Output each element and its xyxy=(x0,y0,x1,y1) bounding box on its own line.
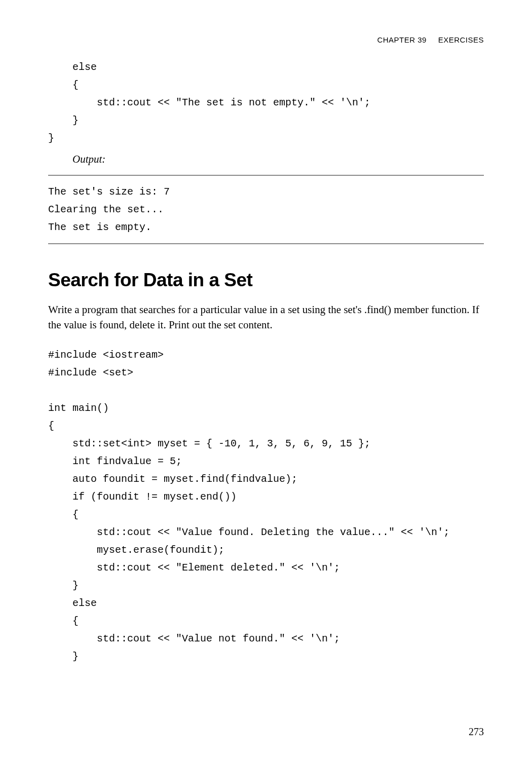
body-paragraph: Write a program that searches for a part… xyxy=(48,302,484,333)
header-title: EXERCISES xyxy=(438,35,484,44)
section-heading: Search for Data in a Set xyxy=(48,270,484,291)
page-header: CHAPTER 39 EXERCISES xyxy=(48,35,484,44)
output-label: Output: xyxy=(72,153,484,166)
output-text: The set's size is: 7 Clearing the set...… xyxy=(48,183,484,236)
code-block-1: else { std::cout << "The set is not empt… xyxy=(48,58,484,147)
code-block-2: #include <iostream> #include <set> int m… xyxy=(48,346,484,665)
chapter-label: CHAPTER 39 xyxy=(377,35,427,44)
page-number: 273 xyxy=(469,726,484,738)
output-box: The set's size is: 7 Clearing the set...… xyxy=(48,175,484,244)
